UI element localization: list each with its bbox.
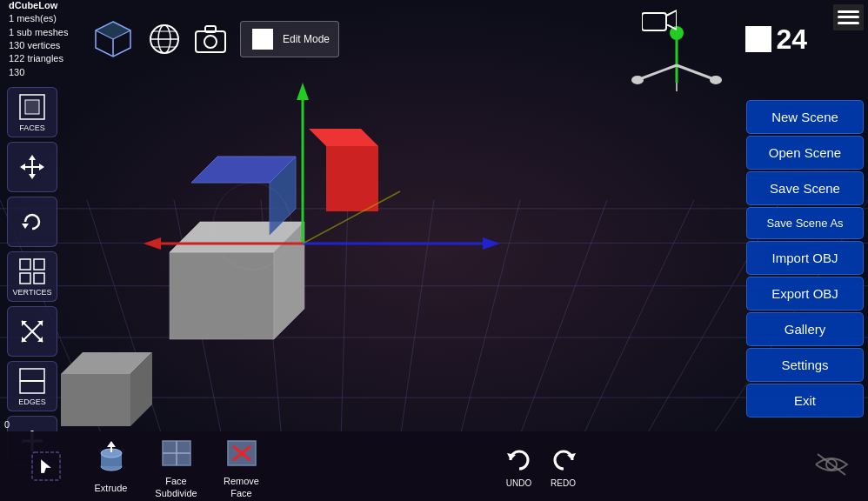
ham-line-2: [838, 16, 859, 18]
screenshot-btn[interactable]: [194, 24, 227, 54]
extrude-label: Extrude: [95, 483, 128, 493]
undo-redo-group: UNDO REDO: [278, 444, 804, 488]
scale-icon: [18, 317, 46, 345]
svg-line-96: [818, 454, 845, 475]
svg-marker-56: [666, 10, 677, 30]
edit-mode-label: Edit Mode: [283, 33, 330, 45]
import-obj-btn[interactable]: Import OBJ: [746, 241, 864, 275]
gallery-btn[interactable]: Gallery: [746, 312, 864, 346]
object-icon-btn[interactable]: [91, 17, 135, 61]
edges-icon: [18, 367, 46, 395]
open-scene-btn[interactable]: Open Scene: [746, 136, 864, 170]
mesh-count: 1 mesh(es): [9, 12, 78, 25]
remove-face-tool-btn[interactable]: Remove Face: [213, 433, 270, 498]
hamburger-menu-btn[interactable]: [833, 4, 864, 30]
top-toolbar: dCubeLow 1 mesh(es) 1 sub meshes 130 ver…: [0, 0, 868, 78]
svg-marker-64: [39, 164, 44, 170]
vertex-count: 130 vertices: [9, 39, 78, 52]
frame-number: 24: [776, 23, 807, 56]
new-scene-btn[interactable]: New Scene: [746, 100, 864, 134]
exit-btn[interactable]: Exit: [746, 384, 864, 418]
rotate-tool-btn[interactable]: [7, 197, 57, 247]
red-box: [326, 146, 378, 211]
globe-icon: [148, 23, 181, 56]
svg-marker-42: [96, 22, 130, 39]
svg-marker-62: [29, 174, 36, 179]
info-panel: dCubeLow 1 mesh(es) 1 sub meshes 130 ver…: [9, 0, 78, 79]
svg-rect-69: [34, 273, 44, 284]
vertices-icon: [18, 257, 46, 285]
frame-box: [745, 26, 771, 52]
svg-marker-28: [297, 83, 309, 100]
svg-point-52: [204, 36, 217, 48]
edit-mode-icon: [250, 26, 276, 52]
sub-mesh-count: 1 sub meshes: [9, 26, 78, 39]
svg-rect-67: [34, 259, 44, 270]
extra-count: 130: [9, 66, 78, 79]
coords-display: 0: [4, 419, 10, 430]
scale-tool-btn[interactable]: [7, 306, 57, 357]
svg-rect-51: [196, 31, 225, 52]
edges-label: EDGES: [18, 397, 46, 406]
svg-marker-61: [29, 155, 36, 160]
svg-rect-68: [20, 273, 30, 284]
svg-marker-23: [309, 129, 378, 146]
globe-btn[interactable]: [148, 23, 181, 56]
svg-marker-65: [22, 224, 29, 229]
select-tool-btn[interactable]: [17, 447, 74, 486]
face-subdivide-tool-btn[interactable]: Face Subdivide: [148, 433, 204, 498]
undo-label: UNDO: [506, 478, 531, 488]
vertices-label: VERTICES: [13, 288, 52, 297]
ham-line-1: [838, 10, 859, 13]
svg-rect-55: [642, 13, 666, 30]
right-menu: New Scene Open Scene Save Scene Save Sce…: [742, 96, 868, 422]
redo-btn[interactable]: REDO: [548, 444, 579, 488]
settings-btn[interactable]: Settings: [746, 348, 864, 382]
screenshot-icon: [194, 24, 227, 54]
faces-label: FACES: [19, 124, 45, 132]
undo-btn[interactable]: UNDO: [504, 444, 535, 488]
visibility-toggle-btn[interactable]: [812, 451, 851, 482]
save-scene-btn[interactable]: Save Scene: [746, 171, 864, 205]
export-obj-btn[interactable]: Export OBJ: [746, 277, 864, 311]
object-name: dCubeLow: [9, 0, 78, 12]
camera-icon: [642, 9, 677, 33]
left-toolbar: FACES VERTICES: [7, 87, 57, 466]
move-icon: [18, 153, 46, 181]
svg-marker-17: [170, 252, 274, 339]
vertices-tool-btn[interactable]: VERTICES: [7, 251, 57, 302]
edges-tool-btn[interactable]: EDGES: [7, 361, 57, 411]
redo-icon: [548, 444, 579, 476]
edit-mode-btn[interactable]: Edit Mode: [240, 21, 339, 57]
faces-tool-btn[interactable]: FACES: [7, 87, 57, 137]
svg-rect-54: [252, 29, 273, 50]
ham-line-3: [838, 22, 859, 24]
svg-marker-81: [41, 459, 51, 473]
cube-icon: [91, 17, 135, 61]
svg-rect-66: [20, 259, 30, 270]
visibility-icon: [812, 451, 851, 478]
svg-rect-58: [25, 100, 39, 114]
svg-marker-24: [61, 374, 130, 426]
rotate-icon: [18, 208, 46, 236]
face-subdivide-icon: [157, 433, 196, 472]
select-icon: [26, 447, 65, 486]
move-tool-btn[interactable]: [7, 142, 57, 192]
remove-face-label: Remove Face: [213, 476, 270, 498]
undo-icon: [504, 444, 535, 476]
svg-marker-30: [144, 237, 161, 250]
extrude-icon: [91, 440, 130, 479]
remove-face-icon: [222, 433, 261, 472]
redo-label: REDO: [551, 478, 576, 488]
save-scene-as-btn[interactable]: Save Scene As: [746, 207, 864, 239]
svg-marker-32: [483, 237, 500, 250]
svg-marker-63: [20, 164, 25, 170]
triangle-count: 122 triangles: [9, 52, 78, 65]
bottom-toolbar: Extrude Face Subdivide Remove Face: [0, 431, 868, 501]
face-subdivide-label: Face Subdivide: [148, 476, 204, 498]
extrude-tool-btn[interactable]: Extrude: [83, 440, 139, 493]
camera-btn[interactable]: [642, 9, 677, 38]
frame-counter: 24: [745, 23, 807, 56]
faces-icon: [18, 93, 46, 121]
svg-marker-86: [107, 441, 116, 447]
